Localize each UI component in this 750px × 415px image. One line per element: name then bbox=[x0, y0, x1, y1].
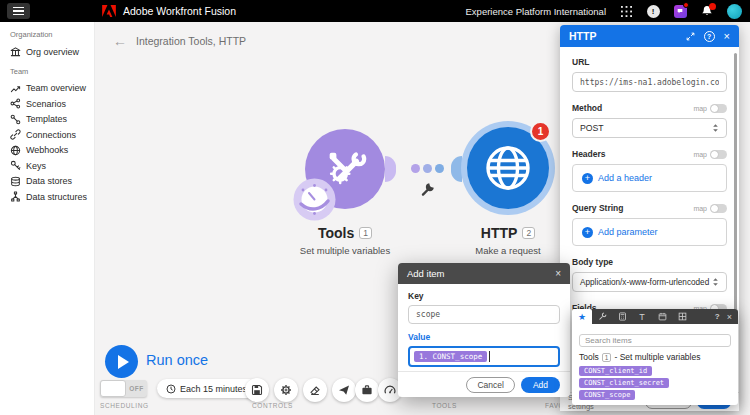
modal-header: Add item × bbox=[398, 263, 570, 284]
tab-general-functions[interactable] bbox=[592, 309, 612, 324]
sidebar-item-data-stores[interactable]: Data stores bbox=[10, 174, 94, 190]
airplane-icon bbox=[338, 384, 350, 396]
run-once-label[interactable]: Run once bbox=[146, 352, 208, 368]
query-map-toggle[interactable]: map bbox=[693, 204, 727, 213]
sidebar-item-data-structures[interactable]: Data structures bbox=[10, 189, 94, 205]
connection-dot bbox=[435, 164, 444, 173]
modal-cancel-button[interactable]: Cancel bbox=[466, 377, 514, 393]
back-arrow-icon[interactable]: ← bbox=[113, 34, 127, 48]
org-section-label: Organization bbox=[10, 30, 94, 39]
calendar-icon bbox=[658, 312, 667, 321]
tab-date-functions[interactable] bbox=[652, 309, 672, 324]
method-label: Method bbox=[572, 103, 602, 113]
modal-add-button[interactable]: Add bbox=[521, 377, 560, 393]
panel-help-icon[interactable]: ? bbox=[704, 31, 715, 42]
panel-title: HTTP bbox=[569, 30, 596, 42]
sidebar-item-org-overview[interactable]: Org overview bbox=[10, 44, 94, 60]
schedule-interval-button[interactable]: Each 15 minutes. bbox=[157, 379, 259, 398]
method-map-toggle[interactable]: map bbox=[693, 104, 727, 113]
panel-close-icon[interactable]: × bbox=[724, 31, 730, 42]
key-input[interactable] bbox=[408, 305, 560, 324]
user-avatar[interactable] bbox=[727, 4, 742, 19]
hamburger-menu-icon[interactable] bbox=[7, 3, 30, 19]
adobe-logo-icon bbox=[102, 5, 116, 17]
notifications-bell-icon[interactable] bbox=[700, 4, 714, 18]
url-input[interactable] bbox=[572, 72, 727, 92]
variable-pill-client-secret[interactable]: CONST_client_secret bbox=[579, 378, 669, 388]
controls-group-label: CONTROLS bbox=[252, 402, 293, 409]
value-input[interactable]: 1. CONST_scope bbox=[408, 346, 560, 367]
org-name: Experience Platform International bbox=[466, 6, 606, 17]
briefcase-button[interactable] bbox=[355, 378, 379, 402]
plus-icon: + bbox=[582, 227, 593, 238]
plus-icon: + bbox=[582, 173, 593, 184]
wrench-icon bbox=[598, 312, 607, 321]
app-title: Adobe Workfront Fusion bbox=[123, 5, 236, 17]
modal-close-icon[interactable]: × bbox=[555, 269, 561, 279]
notification-dot bbox=[683, 2, 689, 8]
org-overview-icon bbox=[10, 46, 21, 57]
sidebar-item-keys[interactable]: Keys bbox=[10, 158, 94, 174]
method-select[interactable]: POST bbox=[572, 118, 727, 138]
sidebar-item-templates[interactable]: Templates bbox=[10, 112, 94, 128]
variable-source-line: Tools 1 - Set multiple variables bbox=[579, 352, 731, 362]
error-count-badge[interactable]: 1 bbox=[530, 121, 551, 142]
body-type-label: Body type bbox=[572, 257, 613, 267]
run-once-button[interactable] bbox=[105, 345, 138, 378]
team-section-label: Team bbox=[10, 67, 94, 76]
templates-icon bbox=[10, 114, 21, 125]
keys-icon bbox=[10, 160, 21, 171]
sidebar-item-webhooks[interactable]: Webhooks bbox=[10, 143, 94, 159]
http-order-badge: 2 bbox=[522, 227, 535, 239]
tab-starred[interactable]: ★ bbox=[572, 309, 592, 324]
help-icon[interactable]: ! bbox=[646, 4, 660, 18]
detach-panel-icon[interactable] bbox=[686, 32, 695, 41]
airplane-button[interactable] bbox=[332, 378, 356, 402]
data-structures-icon bbox=[10, 191, 21, 202]
sidebar-item-team-overview[interactable]: Team overview bbox=[10, 81, 94, 97]
tools-clock-badge[interactable] bbox=[293, 178, 336, 221]
bell-badge bbox=[709, 3, 716, 10]
app-switcher-icon[interactable] bbox=[619, 4, 633, 18]
clock-icon bbox=[166, 384, 176, 394]
body-type-select[interactable]: Application/x-www-form-urlencoded bbox=[572, 272, 727, 292]
tab-text-functions[interactable]: T bbox=[632, 309, 652, 324]
sidebar-item-scenarios[interactable]: Scenarios bbox=[10, 96, 94, 112]
data-stores-icon bbox=[10, 176, 21, 187]
panel-header: HTTP ? × bbox=[560, 25, 739, 47]
briefcase-icon bbox=[361, 384, 373, 396]
assistant-icon[interactable] bbox=[673, 4, 687, 18]
breadcrumb: ← Integration Tools, HTTP bbox=[113, 34, 246, 48]
search-input[interactable] bbox=[579, 334, 731, 347]
connection-wrench-icon[interactable] bbox=[420, 181, 436, 197]
mapped-value-pill[interactable]: 1. CONST_scope bbox=[414, 351, 487, 362]
webhooks-icon bbox=[10, 145, 21, 156]
picker-help-icon[interactable]: ? bbox=[715, 312, 720, 321]
top-bar: Adobe Workfront Fusion Experience Platfo… bbox=[0, 0, 750, 22]
gauge-icon bbox=[384, 384, 396, 396]
tab-math-functions[interactable] bbox=[612, 309, 632, 324]
add-header-button[interactable]: +Add a header bbox=[572, 164, 727, 192]
source-order-badge: 1 bbox=[602, 353, 612, 362]
add-parameter-button[interactable]: +Add parameter bbox=[572, 218, 727, 246]
tab-array-functions[interactable] bbox=[672, 309, 692, 324]
eraser-button[interactable] bbox=[303, 378, 327, 402]
query-string-label: Query String bbox=[572, 203, 623, 213]
scheduling-toggle[interactable]: OFF bbox=[100, 380, 147, 397]
add-item-modal: Add item × Key Value 1. CONST_scope Canc… bbox=[398, 263, 570, 397]
save-icon bbox=[251, 384, 263, 396]
tools-order-badge: 1 bbox=[359, 227, 372, 239]
team-overview-icon bbox=[10, 83, 21, 94]
scheduling-group-label: SCHEDULING bbox=[100, 402, 149, 409]
star-icon: ★ bbox=[578, 312, 586, 322]
play-icon bbox=[118, 355, 129, 369]
save-button[interactable] bbox=[245, 378, 269, 402]
sidebar-item-connections[interactable]: Connections bbox=[10, 127, 94, 143]
settings-button[interactable] bbox=[274, 378, 298, 402]
variable-pill-client-id[interactable]: CONST_client_id bbox=[579, 366, 652, 376]
picker-close-icon[interactable]: × bbox=[727, 312, 732, 322]
headers-label: Headers bbox=[572, 149, 606, 159]
url-label: URL bbox=[572, 57, 727, 67]
headers-map-toggle[interactable]: map bbox=[693, 150, 727, 159]
variable-pill-scope[interactable]: CONST_scope bbox=[579, 390, 635, 400]
